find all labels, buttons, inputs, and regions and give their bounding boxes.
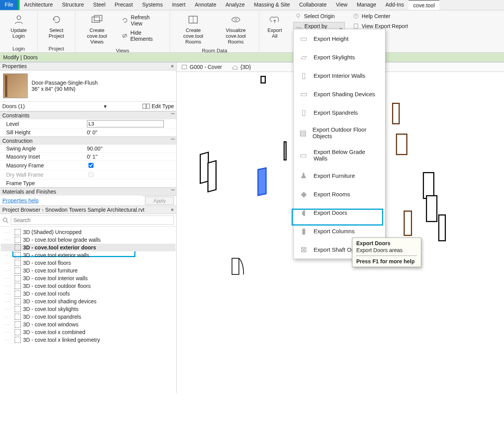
- project-browser-label: Project Browser - Snowdon Towers Sample …: [2, 207, 144, 213]
- tree-item-label: 3D - cove.tool interior walls: [23, 275, 88, 281]
- menu-tab-precast[interactable]: Precast: [110, 0, 137, 10]
- tree-item[interactable]: 3D - cove.tool x combined: [1, 328, 175, 336]
- tree-item[interactable]: 3D - cove.tool floors: [1, 259, 175, 267]
- view-tab-cover[interactable]: G000 - Cover: [180, 63, 224, 71]
- svg-point-13: [3, 218, 7, 222]
- menu-tab-collaborate[interactable]: Collaborate: [294, 0, 331, 10]
- canvas-door: [438, 214, 446, 241]
- drywall-frame-checkbox: [88, 172, 93, 177]
- tree-item[interactable]: 3D - cove.tool windows: [1, 321, 175, 328]
- export-item-icon: ▯: [298, 108, 309, 117]
- export-menu-item[interactable]: ▯Export Interior Walls: [294, 66, 385, 85]
- menu-tab-massing[interactable]: Massing & Site: [249, 0, 294, 10]
- canvas-door-selected: [257, 167, 267, 196]
- export-item-icon: ▭: [298, 150, 309, 160]
- select-origin-button[interactable]: Select Origin: [293, 12, 345, 20]
- create-views-button[interactable]: Create cove.tool Views: [78, 12, 115, 46]
- sill-height-value[interactable]: 0' 0": [87, 129, 174, 135]
- properties-help-link[interactable]: Properties help: [0, 197, 41, 204]
- menu-tab-covetool[interactable]: cove.tool: [409, 0, 439, 10]
- view3d-icon: [15, 329, 21, 335]
- materials-label: Materials and Finishes: [2, 189, 56, 195]
- tree-item[interactable]: 3D - cove.tool x linked geometry: [1, 336, 175, 344]
- export-item-icon: ♟: [298, 171, 309, 180]
- materials-section[interactable]: Materials and Finishes ⌃⌃: [0, 187, 176, 196]
- menu-tab-steel[interactable]: Steel: [88, 0, 110, 10]
- construction-label: Construction: [2, 138, 33, 144]
- instance-selector[interactable]: Doors (1) ▾: [2, 103, 142, 109]
- menu-tab-view[interactable]: View: [331, 0, 352, 10]
- tree-item[interactable]: 3D - cove.tool furniture: [1, 267, 175, 274]
- apply-button[interactable]: Apply: [145, 197, 174, 205]
- tree-item-label: 3D - cove.tool exterior doors: [23, 244, 96, 251]
- tree-item[interactable]: 3D - cove.tool below grade walls: [1, 236, 175, 244]
- canvas-door: [396, 134, 407, 155]
- masonry-frame-checkbox[interactable]: [88, 163, 93, 168]
- menu-tab-systems[interactable]: Systems: [137, 0, 167, 10]
- menu-tab-insert[interactable]: Insert: [167, 0, 190, 10]
- select-project-button[interactable]: Select Project: [41, 12, 72, 40]
- menu-tab-architecture[interactable]: Architecture: [20, 0, 58, 10]
- canvas-element: [284, 141, 287, 160]
- export-menu-item[interactable]: ▤Export Outdoor Floor Objects: [294, 122, 385, 144]
- masonry-inset-value[interactable]: 0' 1": [87, 154, 174, 160]
- view3d-icon: [15, 337, 21, 343]
- tree-item[interactable]: 3D - cove.tool roofs: [1, 290, 175, 298]
- help-center-label: Help Center: [362, 13, 391, 19]
- export-menu-item[interactable]: ▯Export Spandrels: [294, 103, 385, 122]
- refresh-view-button[interactable]: Refresh View: [120, 13, 164, 27]
- swing-angle-value[interactable]: 90.00°: [87, 145, 174, 152]
- construction-section[interactable]: Construction ⌃⌃: [0, 137, 176, 145]
- menu-tab-annotate[interactable]: Annotate: [190, 0, 221, 10]
- help-center-button[interactable]: ? Help Center: [351, 12, 410, 20]
- view3d-icon: [15, 306, 21, 312]
- tree-item[interactable]: 3D (Shaded) Uncropped: [1, 228, 175, 236]
- export-menu-item[interactable]: ▭Export Shading Devices: [294, 85, 385, 103]
- browser-search-input[interactable]: [11, 216, 174, 225]
- tree-item[interactable]: 3D - cove.tool exterior walls: [1, 251, 175, 259]
- export-item-label: Export Rooms: [314, 191, 350, 197]
- sheet-icon: [181, 64, 187, 70]
- export-menu-item[interactable]: ♟Export Furniture: [294, 166, 385, 185]
- close-properties-button[interactable]: ×: [171, 63, 174, 69]
- menu-tab-analyze[interactable]: Analyze: [221, 0, 249, 10]
- export-item-icon: ▮: [298, 226, 309, 236]
- modify-context-bar: Modify | Doors: [0, 53, 504, 62]
- export-item-label: Export Furniture: [314, 172, 355, 179]
- export-menu-item[interactable]: ▭Export Below Grade Walls: [294, 144, 385, 166]
- tree-item-label: 3D - cove.tool floors: [23, 260, 71, 266]
- view-tab-3d[interactable]: {3D}: [230, 63, 252, 71]
- menu-tab-manage[interactable]: Manage: [352, 0, 381, 10]
- close-browser-button[interactable]: ×: [171, 207, 174, 213]
- tree-item[interactable]: 3D - cove.tool spandrels: [1, 313, 175, 321]
- tree-item[interactable]: 3D - cove.tool shading devices: [1, 298, 175, 305]
- svg-line-14: [7, 221, 8, 223]
- hide-elements-button[interactable]: Hide Elements: [120, 29, 164, 43]
- tree-item[interactable]: 3D - cove.tool skylights: [1, 305, 175, 313]
- update-login-button[interactable]: Update Login: [3, 12, 34, 40]
- constraints-label: Constraints: [2, 112, 30, 119]
- tree-item[interactable]: 3D - cove.tool interior walls: [1, 274, 175, 282]
- export-all-button[interactable]: Export All: [262, 12, 287, 40]
- type-thumbnail[interactable]: [3, 74, 28, 98]
- menu-tab-structure[interactable]: Structure: [57, 0, 88, 10]
- tree-item[interactable]: 3D - cove.tool outdoor floors: [1, 282, 175, 290]
- model-canvas[interactable]: ▭Export Height▱Export Skylights▯Export I…: [177, 72, 504, 391]
- svg-text:?: ?: [355, 14, 357, 18]
- menu-file[interactable]: File: [0, 0, 20, 10]
- tree-item[interactable]: 3D - cove.tool exterior doors: [1, 244, 175, 251]
- export-menu-item[interactable]: ◆Export Rooms: [294, 185, 385, 203]
- cloud-up-icon: [269, 13, 281, 26]
- create-rooms-button[interactable]: Create cove.tool Rooms: [173, 12, 214, 46]
- ribbon-group-project-label: Project: [41, 44, 72, 52]
- export-menu-item[interactable]: ▭Export Height: [294, 29, 385, 48]
- edit-type-button[interactable]: Edit Type: [142, 103, 174, 109]
- level-input[interactable]: [87, 120, 164, 127]
- visualize-rooms-button[interactable]: Visualize cove.tool Rooms: [216, 12, 256, 46]
- svg-point-7: [297, 14, 300, 17]
- constraints-section[interactable]: Constraints ⌃⌃: [0, 111, 176, 119]
- create-views-label: Create cove.tool Views: [81, 27, 113, 45]
- menu-tab-addins[interactable]: Add-Ins: [381, 0, 409, 10]
- export-menu-item[interactable]: ◖Export Doors: [294, 203, 385, 222]
- export-menu-item[interactable]: ▱Export Skylights: [294, 48, 385, 66]
